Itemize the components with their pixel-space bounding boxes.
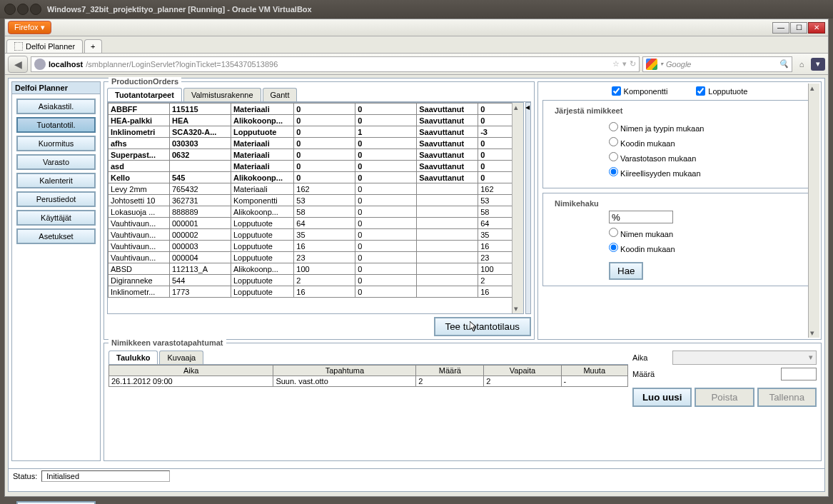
delfoi-app: Delfoi Planner Asiakastil.Tuotantotil.Ku… <box>8 78 825 492</box>
splitter-handle[interactable] <box>525 102 531 314</box>
production-orders-panel: ProductionOrders TuotantotarpeetValmistu… <box>104 81 535 340</box>
google-icon <box>646 59 657 70</box>
url-path: /smbplanner/LoginServlet?loginTicket=135… <box>86 60 278 69</box>
star-icon[interactable]: ☆ <box>612 59 620 69</box>
sidebar-item-1[interactable]: Tuotantotil. <box>16 117 96 133</box>
searchby-radio-0[interactable]: Nimen mukaan <box>609 228 807 238</box>
browser-tabbar: Delfoi Planner + <box>5 36 828 54</box>
statusbar: Status: Initialised <box>9 468 824 483</box>
globe-icon <box>34 59 46 70</box>
orders-table[interactable]: ABBFF115115Materiaali00Saavuttanut0HEA-p… <box>108 103 523 298</box>
sidebar-item-2[interactable]: Kuormitus <box>16 136 96 151</box>
sort-fieldset: Järjestä nimikkeet Nimen ja tyypin mukaa… <box>542 100 817 188</box>
table-row[interactable]: Superpast...0632Materiaali00Saavuttanut0 <box>108 149 523 161</box>
vm-title: Windows7_32bit_projektityo_planner [Runn… <box>47 5 312 14</box>
chevron-down-icon[interactable]: ▾ <box>660 61 663 67</box>
url-bar[interactable]: localhost/smbplanner/LoginServlet?loginT… <box>31 56 640 72</box>
table-row[interactable]: Kello545Alikokoonp...00Saavuttanut0 <box>108 172 523 183</box>
check-lopputuote[interactable]: Lopputuote <box>696 86 747 96</box>
events-tab-0[interactable]: Taulukko <box>108 351 158 364</box>
search-fieldset: Nimikehaku Nimen mukaan Koodin mukaan Ha… <box>542 193 817 286</box>
inventory-events-panel: Nimikkeen varastotapahtumat TaulukkoKuva… <box>104 343 822 461</box>
browser-window: Firefox ▾ — ☐ ✕ Delfoi Planner + ◀ local… <box>4 19 829 497</box>
vm-titlebar: Windows7_32bit_projektityo_planner [Runn… <box>0 0 833 19</box>
minimize-button[interactable]: — <box>772 22 789 34</box>
sort-radio-2[interactable]: Varastotason mukaan <box>609 152 807 163</box>
table-row[interactable]: Inklinometr...1773Lopputuote16016 <box>108 286 523 298</box>
browser-navbar: ◀ localhost/smbplanner/LoginServlet?logi… <box>5 54 828 75</box>
vertical-scrollbar[interactable] <box>808 84 819 338</box>
sidebar-item-7[interactable]: Asetukset <box>16 228 96 244</box>
table-row[interactable]: Johtosetti 10362731Komponentti53053 <box>108 195 523 206</box>
aika-combo[interactable] <box>672 351 817 365</box>
sort-radio-0[interactable]: Nimen ja tyypin mukaan <box>609 122 807 133</box>
close-button[interactable]: ✕ <box>808 22 825 34</box>
sidebar-item-4[interactable]: Kalenterit <box>16 173 96 188</box>
table-row[interactable]: Vauhtivaun...000001Lopputuote64064 <box>108 218 523 229</box>
table-row[interactable]: Vauhtivaun...000004Lopputuote23023 <box>108 252 523 263</box>
poista-button[interactable]: Poista <box>695 388 754 407</box>
search-box[interactable]: ▾ Google 🔍 <box>642 56 792 72</box>
prod-tab-0[interactable]: Tuotantotarpeet <box>107 88 182 101</box>
prod-tab-2[interactable]: Gantt <box>263 88 298 101</box>
sidebar-item-0[interactable]: Asiakastil. <box>16 99 96 114</box>
maara-input[interactable] <box>781 368 817 380</box>
back-button[interactable]: ◀ <box>8 56 28 73</box>
firefox-menubar: Firefox ▾ — ☐ ✕ <box>5 19 828 36</box>
create-prod-order-button[interactable]: Tee tuotantotilaus <box>434 317 531 336</box>
firefox-menu-button[interactable]: Firefox ▾ <box>8 21 51 34</box>
prod-tab-1[interactable]: Valmistusrakenne <box>183 88 261 101</box>
table-row[interactable]: Vauhtivaun...000002Lopputuote35035 <box>108 229 523 241</box>
home-icon[interactable]: ⌂ <box>795 58 808 71</box>
search-input[interactable] <box>609 211 673 223</box>
status-label: Status: <box>13 472 37 480</box>
status-value: Initialised <box>41 470 170 482</box>
page-icon <box>14 42 23 51</box>
table-row[interactable]: ABBFF115115Materiaali00Saavuttanut0 <box>108 104 523 115</box>
events-edit: Aika Määrä Luo uusi Poista Tallenna <box>632 351 817 456</box>
events-tab-1[interactable]: Kuvaaja <box>159 351 203 364</box>
events-table[interactable]: AikaTapahtumaMääräVapaitaMuuta 26.11.201… <box>108 365 628 387</box>
tab-label: Delfoi Planner <box>26 42 75 51</box>
table-row[interactable]: asdMateriaali00Saavuttanut0 <box>108 161 523 172</box>
close-icon[interactable] <box>4 4 16 15</box>
search-icon[interactable]: 🔍 <box>779 59 789 69</box>
table-row[interactable]: Levy 2mm765432Materiaali1620162 <box>108 183 523 195</box>
check-komponentti[interactable]: Komponentti <box>612 86 668 96</box>
table-row[interactable]: afhs030303Materiaali00Saavuttanut0 <box>108 138 523 149</box>
reload-icon[interactable]: ↻ <box>630 59 636 69</box>
sidebar-item-3[interactable]: Varasto <box>16 154 96 170</box>
maximize-icon[interactable] <box>30 4 41 15</box>
searchby-radio-1[interactable]: Koodin mukaan <box>609 243 807 253</box>
url-host: localhost <box>49 60 83 69</box>
sidebar: Delfoi Planner Asiakastil.Tuotantotil.Ku… <box>11 81 101 461</box>
table-row[interactable]: InklinometriSCA320-A...Lopputuote01Saavu… <box>108 126 523 138</box>
dropdown-icon[interactable]: ▾ <box>622 59 627 69</box>
minimize-icon[interactable] <box>17 4 29 15</box>
prod-tabs: TuotantotarpeetValmistusrakenneGantt <box>107 88 531 102</box>
sort-radio-1[interactable]: Koodin mukaan <box>609 137 807 148</box>
events-tabs: TaulukkoKuvaaja <box>108 351 628 365</box>
orders-table-wrap: ABBFF115115Materiaali00Saavuttanut0HEA-p… <box>107 102 524 314</box>
browser-tab[interactable]: Delfoi Planner <box>6 39 83 53</box>
luo-uusi-button[interactable]: Luo uusi <box>632 388 692 407</box>
table-row[interactable]: Digiranneke544Lopputuote202 <box>108 275 523 286</box>
table-row[interactable]: Lokasuoja ...888889Alikokoonp...58058 <box>108 206 523 218</box>
panel-legend: ProductionOrders <box>108 77 181 86</box>
tallenna-button[interactable]: Tallenna <box>757 388 817 407</box>
sidebar-title: Delfoi Planner <box>12 82 100 94</box>
table-row[interactable]: HEA-palkkiHEAAlikokoonp...00Saavuttanut0 <box>108 115 523 126</box>
filter-panel: Komponentti Lopputuote Järjestä nimikkee… <box>537 81 822 340</box>
new-tab-button[interactable]: + <box>84 39 101 53</box>
sidebar-item-5[interactable]: Perustiedot <box>16 191 96 207</box>
bookmark-icon[interactable]: ▾ <box>811 58 825 71</box>
sort-radio-3[interactable]: Kiireellisyyden mukaan <box>609 167 807 178</box>
maximize-button[interactable]: ☐ <box>790 22 807 34</box>
vertical-scrollbar[interactable] <box>512 103 523 313</box>
hae-button[interactable]: Hae <box>609 262 643 280</box>
table-row[interactable]: Vauhtivaun...000003Lopputuote16016 <box>108 241 523 252</box>
panel-legend: Nimikkeen varastotapahtumat <box>108 338 226 347</box>
table-row[interactable]: ABSD112113_AAlikokoonp...1000100 <box>108 263 523 275</box>
sidebar-item-6[interactable]: Käyttäjät <box>16 210 96 226</box>
sidebar-bottom-0[interactable]: Työlistat <box>16 501 96 504</box>
